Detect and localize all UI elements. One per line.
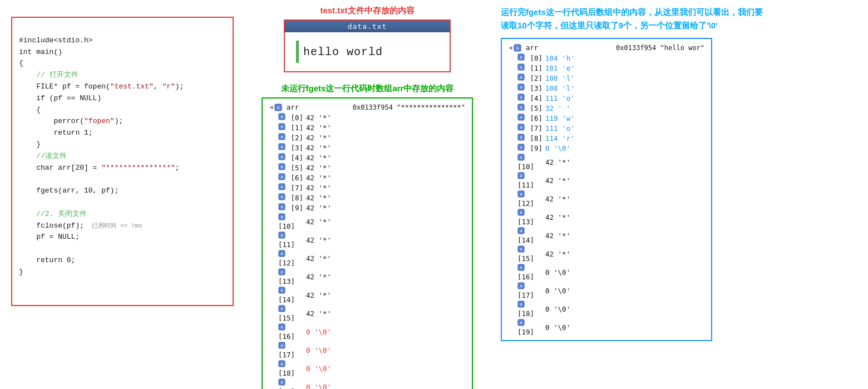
svg-text:a: a bbox=[520, 283, 522, 288]
arr-row-value: 42 '*' bbox=[306, 309, 465, 318]
code-panel: #include<stdio.h> int main() { // 打开文件 F… bbox=[11, 17, 234, 306]
after-array-row: a [6]119 'w' bbox=[506, 113, 707, 123]
arr-row-value: 42 '*' bbox=[545, 232, 704, 240]
code-line-11: //读文件 bbox=[19, 152, 67, 160]
svg-text:a: a bbox=[280, 214, 283, 219]
code-line-8: perror("fopen"); bbox=[19, 117, 123, 125]
arr-item-icon: a bbox=[517, 173, 525, 181]
svg-text:a: a bbox=[280, 184, 283, 189]
arr-row-value: 42 '*' bbox=[545, 213, 704, 221]
arr-row-index: a [10] bbox=[517, 154, 545, 171]
arr-item-icon: a bbox=[517, 283, 525, 291]
after-array-row: a [1]101 'e' bbox=[506, 63, 707, 73]
arr-row-index: a [13] bbox=[278, 268, 306, 285]
arr-row-index: a [4] bbox=[517, 93, 545, 102]
code-line-12: char arr[20] = "***************"; bbox=[19, 164, 180, 172]
arr-item-icon: a bbox=[278, 250, 285, 259]
code-line-10: } bbox=[19, 140, 41, 149]
arr-row-value: 0 '\0' bbox=[306, 365, 465, 373]
arr-row-index: a [6] bbox=[517, 114, 545, 122]
svg-text:a: a bbox=[516, 46, 519, 51]
code-line-4: // 打开文件 bbox=[19, 71, 78, 79]
code-line-18: pf = NULL; bbox=[19, 233, 80, 241]
arr-item-icon: a bbox=[517, 209, 525, 218]
arr-item-icon: a bbox=[517, 264, 525, 273]
arr-row-value: 42 '*' bbox=[306, 204, 465, 212]
arr-row-index: a [2] bbox=[278, 133, 306, 142]
arr-row-value: 42 '*' bbox=[545, 158, 704, 166]
arr-row-index: a [7] bbox=[517, 124, 545, 132]
after-array-row: a [17]0 '\0' bbox=[506, 282, 707, 300]
arr-item-icon: a bbox=[278, 154, 290, 162]
after-array-row: a [2]108 'l' bbox=[506, 73, 707, 83]
svg-text:a: a bbox=[520, 85, 522, 90]
arr-row-index: a [18] bbox=[517, 301, 545, 318]
svg-text:a: a bbox=[280, 154, 283, 159]
code-block: #include<stdio.h> int main() { // 打开文件 F… bbox=[19, 23, 226, 289]
arr-row-value: 42 '*' bbox=[306, 114, 465, 122]
arr-item-icon: a bbox=[278, 194, 290, 202]
arr-row-index: a [17] bbox=[278, 342, 306, 359]
arr-row-index: a [16] bbox=[278, 323, 306, 341]
arr-item-icon: a bbox=[517, 104, 529, 112]
arr-row-value: 108 'l' bbox=[545, 84, 704, 92]
arr-item-icon: a bbox=[278, 124, 290, 132]
arr-row-value: 104 'h' bbox=[545, 54, 704, 62]
arr-item-icon: a bbox=[517, 154, 525, 163]
arr-row-index: a [1] bbox=[517, 63, 545, 72]
arr-row-value: 0 '\0' bbox=[306, 346, 465, 354]
before-array-row: a [10]42 '*' bbox=[267, 213, 467, 231]
code-line-3: { bbox=[19, 59, 23, 67]
arr-row-index: a [8] bbox=[278, 193, 306, 202]
arr-row-value: 42 '*' bbox=[306, 218, 465, 226]
svg-text:a: a bbox=[520, 173, 522, 178]
arr-row-index: a [11] bbox=[278, 232, 306, 249]
arr-row-index: a [2] bbox=[517, 73, 545, 82]
arr-row-value: 42 '*' bbox=[306, 194, 465, 202]
before-array-row: a [18]0 '\0' bbox=[267, 360, 467, 378]
arr-row-value: 0 '\0' bbox=[306, 328, 465, 336]
arr-item-icon: a bbox=[278, 342, 285, 351]
before-array-row: a [0]42 '*' bbox=[267, 112, 467, 122]
arr-row-index: a [13] bbox=[517, 209, 545, 226]
arr-row-index: a [12] bbox=[517, 190, 545, 208]
svg-text:a: a bbox=[520, 191, 522, 196]
after-array-header: ◀ a arr 0x0133f954 "hello wor" bbox=[506, 42, 707, 53]
after-array-row: a [3]108 'l' bbox=[506, 83, 707, 93]
before-array-row: a [14]42 '*' bbox=[267, 286, 467, 304]
svg-text:a: a bbox=[520, 115, 522, 120]
arr-item-icon: a bbox=[517, 54, 529, 62]
before-array-header: ◀ a arr 0x0133f954 "***************" bbox=[267, 102, 467, 112]
before-array-row: a [15]42 '*' bbox=[267, 304, 467, 323]
arr-item-icon: a bbox=[517, 134, 529, 142]
before-arr-name: arr bbox=[284, 103, 299, 111]
svg-text:a: a bbox=[280, 380, 283, 385]
svg-text:a: a bbox=[520, 210, 522, 215]
before-array-row: a [3]42 '*' bbox=[267, 142, 467, 152]
arr-row-value: 42 '*' bbox=[545, 250, 704, 258]
after-array-table: ◀ a arr 0x0133f954 "hello wor" a [0]104 … bbox=[501, 38, 712, 341]
arr-item-icon: a bbox=[278, 214, 285, 222]
arr-row-index: a [3] bbox=[517, 83, 545, 92]
svg-text:a: a bbox=[280, 343, 283, 348]
arr-item-icon: a bbox=[517, 84, 529, 92]
before-label: 未运行fgets这一行代码时数组arr中存放的内容 bbox=[281, 83, 454, 94]
after-arr-addr: 0x0133f954 "hello wor" bbox=[616, 44, 704, 52]
code-line-17: fclose(pf); 已用时间 <= 7ms bbox=[19, 221, 142, 230]
arr-item-icon: a bbox=[517, 301, 525, 309]
svg-text:a: a bbox=[280, 233, 283, 238]
arr-icon-before: a bbox=[274, 104, 282, 111]
arr-row-value: 108 'l' bbox=[545, 74, 704, 82]
arr-row-index: a [15] bbox=[517, 245, 545, 263]
before-array-row: a [2]42 '*' bbox=[267, 132, 467, 142]
arr-item-icon: a bbox=[278, 184, 290, 192]
svg-text:a: a bbox=[277, 105, 279, 110]
arr-row-value: 0 '\0' bbox=[545, 323, 704, 332]
after-array-row: a [13]42 '*' bbox=[506, 208, 707, 226]
middle-section: test.txt文件中存放的内容 data.txt hello world 未运… bbox=[245, 6, 490, 389]
after-array-row: a [14]42 '*' bbox=[506, 226, 707, 245]
svg-text:a: a bbox=[280, 164, 283, 169]
arr-row-index: a [1] bbox=[278, 123, 306, 132]
hello-world-text: hello world bbox=[303, 46, 383, 58]
svg-text:a: a bbox=[520, 320, 522, 325]
